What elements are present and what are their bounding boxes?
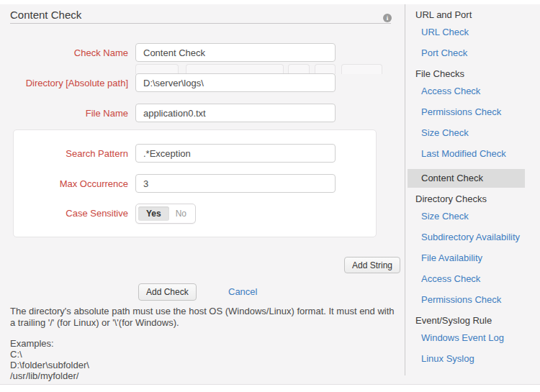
sidebar-item-file-availability[interactable]: File Availability [421, 252, 540, 264]
check-name-row: Check Name [0, 43, 405, 63]
help-note-text: The directory's absolute path must use t… [10, 306, 399, 329]
max-occurrence-label: Max Occurrence [0, 178, 128, 189]
sidebar-item-file-permissions-check[interactable]: Permissions Check [421, 106, 540, 118]
sidebar-header-directory-checks: Directory Checks [415, 193, 540, 205]
sidebar-item-linux-syslog[interactable]: Linux Syslog [421, 353, 540, 365]
sidebar-item-dir-size-check[interactable]: Size Check [421, 211, 540, 222]
search-pattern-label: Search Pattern [0, 148, 128, 159]
case-sensitive-row: Case Sensitive Yes No [0, 204, 405, 224]
max-occurrence-row: Max Occurrence [0, 174, 405, 194]
file-name-row: File Name [0, 104, 405, 124]
case-sensitive-no-option[interactable]: No [171, 204, 195, 223]
sidebar-group-url-and-port: URL and Port URL Check Port Check [415, 9, 540, 59]
sidebar-item-subdirectory-availability[interactable]: Subdirectory Availability [421, 232, 540, 243]
path-suggestion-chip [186, 64, 284, 74]
sidebar-group-file-checks: File Checks Access Check Permissions Che… [415, 68, 540, 188]
sidebar-group-directory-checks: Directory Checks Size Check Subdirectory… [415, 193, 540, 306]
directory-label: Directory [Absolute path] [0, 78, 128, 88]
max-occurrence-input[interactable] [135, 174, 336, 193]
path-suggestion-chip [341, 64, 382, 74]
check-name-input[interactable] [135, 43, 336, 62]
content-pane: Content Check i Check Name Directory [Ab… [0, 4, 540, 385]
file-name-input[interactable] [135, 104, 336, 122]
cancel-link[interactable]: Cancel [228, 286, 257, 297]
case-sensitive-toggle: Yes No [135, 204, 196, 224]
sidebar-header-url-and-port: URL and Port [415, 9, 540, 21]
sidebar-header-file-checks: File Checks [415, 68, 540, 80]
sidebar-item-windows-event-log[interactable]: Windows Event Log [421, 332, 540, 344]
add-check-button[interactable]: Add Check [138, 283, 197, 301]
path-suggestion-chip [288, 64, 310, 74]
sidebar-item-last-modified-check[interactable]: Last Modified Check [421, 148, 540, 160]
sidebar-item-file-size-check[interactable]: Size Check [421, 127, 540, 139]
sidebar-group-event-syslog-rule: Event/Syslog Rule Windows Event Log Linu… [415, 315, 540, 365]
sidebar-item-file-access-check[interactable]: Access Check [421, 86, 540, 97]
example-path: C:\ [10, 349, 399, 360]
case-sensitive-yes-option[interactable]: Yes [138, 206, 169, 221]
example-path: D:\folder\subfolder\ [10, 360, 399, 370]
title-divider [10, 23, 391, 24]
search-pattern-row: Search Pattern [0, 144, 405, 164]
case-sensitive-label: Case Sensitive [0, 208, 128, 219]
directory-input[interactable] [135, 73, 336, 92]
sidebar-item-dir-access-check[interactable]: Access Check [421, 273, 540, 285]
path-suggestion-chip [135, 64, 179, 74]
example-path: /usr/lib/myfolder/ [10, 370, 399, 381]
page-title: Content Check [10, 9, 81, 21]
check-name-label: Check Name [0, 47, 128, 58]
check-types-sidebar: URL and Port URL Check Port Check File C… [405, 4, 540, 375]
sidebar-item-url-check[interactable]: URL Check [421, 27, 540, 38]
sidebar-item-dir-permissions-check[interactable]: Permissions Check [421, 294, 540, 306]
help-examples: Examples: C:\ D:\folder\subfolder\ /usr/… [10, 338, 399, 381]
directory-help-note: The directory's absolute path must use t… [10, 306, 399, 381]
directory-row: Directory [Absolute path] [0, 73, 405, 94]
file-name-label: File Name [0, 108, 128, 119]
search-pattern-input[interactable] [135, 144, 336, 163]
path-suggestion-chip [315, 64, 336, 74]
examples-label: Examples: [10, 338, 399, 349]
sidebar-item-port-check[interactable]: Port Check [421, 47, 540, 59]
add-string-button[interactable]: Add String [344, 257, 400, 273]
info-icon[interactable]: i [383, 14, 392, 22]
sidebar-item-content-check[interactable]: Content Check [408, 169, 525, 188]
sidebar-header-event-syslog-rule: Event/Syslog Rule [415, 315, 540, 327]
